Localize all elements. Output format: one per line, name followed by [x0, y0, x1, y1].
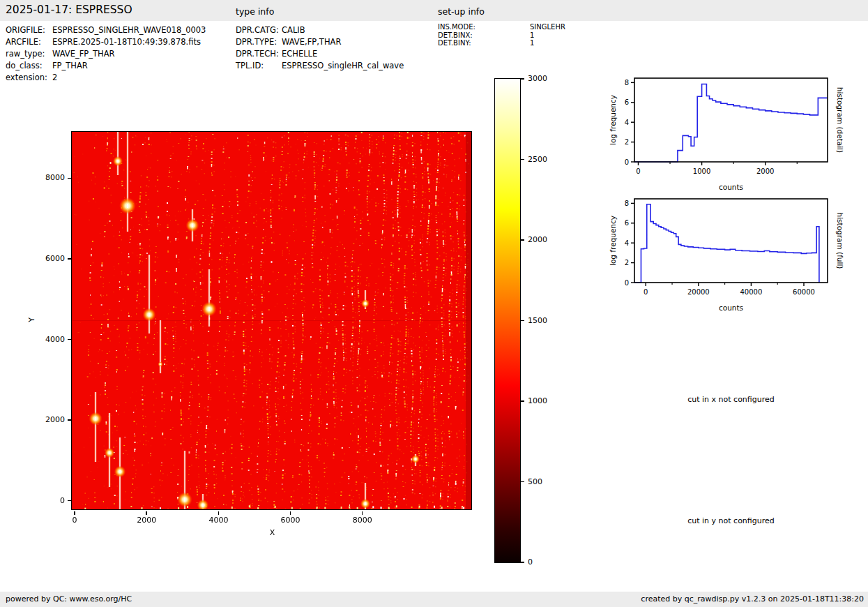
y-axis-label: Y: [27, 317, 36, 322]
info-row: do_class:FP_THAR: [6, 60, 206, 72]
info-row: DPR.TYPE:WAVE,FP,THAR: [236, 36, 404, 48]
y-tick-label: 8000: [30, 173, 65, 183]
info-row: extension:2: [6, 72, 206, 84]
info-value: FP_THAR: [52, 60, 88, 72]
x-tick-label: 4000: [203, 516, 234, 525]
file-info-block: ORIGFILE:ESPRESSO_SINGLEHR_WAVE018_0003A…: [6, 24, 206, 84]
info-row: DPR.TECH:ECHELLE: [236, 48, 404, 60]
y-axis-label: log frequency: [609, 95, 617, 145]
info-value: 2: [52, 72, 57, 84]
colorbar-tick-label: 3000: [528, 74, 560, 84]
histogram-line: [634, 84, 828, 162]
colorbar-tick-label: 1000: [528, 396, 560, 406]
x-tick-label: 6000: [275, 516, 306, 525]
info-row: ARCFILE:ESPRE.2025-01-18T10:49:39.878.fi…: [6, 36, 206, 48]
info-row: DET.BINX:1: [438, 31, 565, 40]
y-tick-mark: [68, 339, 71, 340]
setup-info-section-label: set-up info: [438, 6, 485, 17]
x-tick-label: 0: [644, 288, 648, 296]
info-label: DPR.TYPE:: [236, 36, 282, 48]
x-tick-label: 40000: [740, 288, 763, 296]
right-axis-label: histogram (full): [836, 213, 844, 269]
y-tick-label: 8: [625, 200, 629, 207]
colorbar-tick-mark: [520, 78, 524, 80]
info-value: ESPRESSO_SINGLEHR_WAVE018_0003: [52, 24, 206, 36]
colorbar-tick-mark: [520, 159, 524, 160]
colorbar-tick-mark: [520, 320, 524, 322]
histogram-detail-plot: 01000200002468countslog frequencyhistogr…: [598, 70, 858, 194]
x-tick-mark: [146, 511, 147, 515]
info-label: ORIGFILE:: [6, 24, 52, 36]
cut-in-y-message: cut in y not configured: [634, 516, 828, 525]
colorbar-tick-label: 500: [528, 477, 560, 487]
y-tick-label: 0: [625, 158, 629, 166]
info-label: INS.MODE:: [438, 23, 530, 31]
colorbar-tick-label: 1500: [528, 316, 560, 326]
colorbar-tick-label: 2000: [528, 235, 560, 245]
info-row: DET.BINY:1: [438, 39, 565, 47]
y-tick-label: 8: [625, 79, 629, 87]
info-value: 1: [530, 39, 534, 47]
right-axis-label: histogram (detail): [836, 87, 844, 153]
info-value: SINGLEHR: [530, 23, 565, 31]
type-info-block: DPR.CATG:CALIBDPR.TYPE:WAVE,FP,THARDPR.T…: [236, 24, 404, 72]
x-tick-mark: [290, 511, 291, 515]
raw-image-plot: [71, 131, 472, 510]
info-value: WAVE_FP_THAR: [52, 48, 115, 60]
y-tick-label: 2: [625, 138, 629, 146]
info-row: DPR.CATG:CALIB: [236, 24, 404, 36]
info-value: WAVE,FP,THAR: [282, 36, 341, 48]
y-tick-label: 0: [625, 279, 629, 287]
info-row: ORIGFILE:ESPRESSO_SINGLEHR_WAVE018_0003: [6, 24, 206, 36]
colorbar-tick-mark: [520, 400, 524, 402]
setup-info-block: INS.MODE:SINGLEHRDET.BINX:1DET.BINY:1: [438, 23, 565, 47]
x-tick-label: 20000: [687, 288, 710, 296]
histogram-line: [634, 204, 819, 283]
x-tick-label: 60000: [793, 288, 815, 296]
info-label: ARCFILE:: [6, 36, 52, 48]
y-tick-label: 2000: [30, 415, 65, 425]
type-info-section-label: type info: [236, 6, 274, 17]
info-row: raw_type:WAVE_FP_THAR: [6, 48, 206, 60]
colorbar-tick-label: 0: [528, 557, 560, 567]
x-tick-mark: [74, 511, 75, 515]
x-tick-label: 1000: [693, 167, 710, 175]
x-axis-label: counts: [719, 304, 743, 312]
plot-frame: [634, 78, 828, 162]
info-row: INS.MODE:SINGLEHR: [438, 23, 565, 31]
x-tick-label: 0: [59, 516, 90, 525]
info-label: do_class:: [6, 60, 52, 72]
x-tick-mark: [362, 511, 363, 515]
colorbar-tick-label: 2500: [528, 155, 560, 165]
x-tick-mark: [218, 511, 220, 515]
x-axis-label: X: [73, 528, 472, 537]
x-tick-label: 2000: [131, 516, 162, 525]
info-label: DPR.TECH:: [236, 48, 282, 60]
info-value: CALIB: [282, 24, 305, 36]
y-tick-label: 4000: [30, 335, 65, 345]
y-tick-label: 6: [625, 219, 629, 227]
cut-in-x-message: cut in x not configured: [634, 395, 828, 404]
info-label: TPL.ID:: [236, 60, 282, 72]
page-title: 2025-01-17: ESPRESSO: [6, 3, 132, 16]
raw-detector-heatmap: [72, 132, 471, 509]
colorbar: [494, 78, 521, 563]
y-tick-label: 6000: [30, 254, 65, 264]
info-label: raw_type:: [6, 48, 52, 60]
x-tick-label: 8000: [347, 516, 378, 525]
info-row: TPL.ID:ESPRESSO_singleHR_cal_wave: [236, 60, 404, 72]
info-value: ESPRE.2025-01-18T10:49:39.878.fits: [52, 36, 201, 48]
y-tick-mark: [68, 500, 71, 502]
x-tick-label: 2000: [756, 167, 774, 175]
info-label: extension:: [6, 72, 52, 84]
info-value: 1: [530, 31, 534, 40]
y-tick-label: 4: [625, 239, 629, 247]
info-label: DPR.CATG:: [236, 24, 282, 36]
qc-report-page: 2025-01-17: ESPRESSO type info set-up in…: [0, 0, 868, 607]
colorbar-tick-mark: [520, 239, 524, 241]
y-tick-label: 0: [30, 496, 65, 506]
colorbar-tick-mark: [520, 481, 524, 483]
plot-frame: [634, 199, 828, 283]
footer-created-by: created by qc_rawdisp.py v1.2.3 on 2025-…: [641, 594, 864, 604]
info-label: DET.BINX:: [438, 31, 530, 40]
